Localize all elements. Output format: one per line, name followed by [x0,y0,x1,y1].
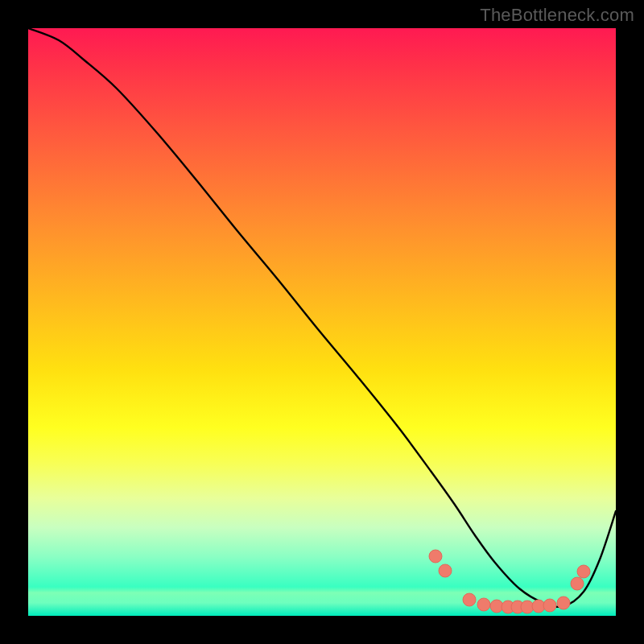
plot-area [28,28,616,616]
curve-dot [439,564,452,577]
bottleneck-curve [28,28,616,607]
chart-stage: TheBottleneck.com [0,0,644,644]
curve-dot [429,550,442,563]
watermark-text: TheBottleneck.com [480,5,634,26]
optimal-band [28,587,616,616]
chart-svg [28,28,616,616]
curve-dot [577,565,590,578]
